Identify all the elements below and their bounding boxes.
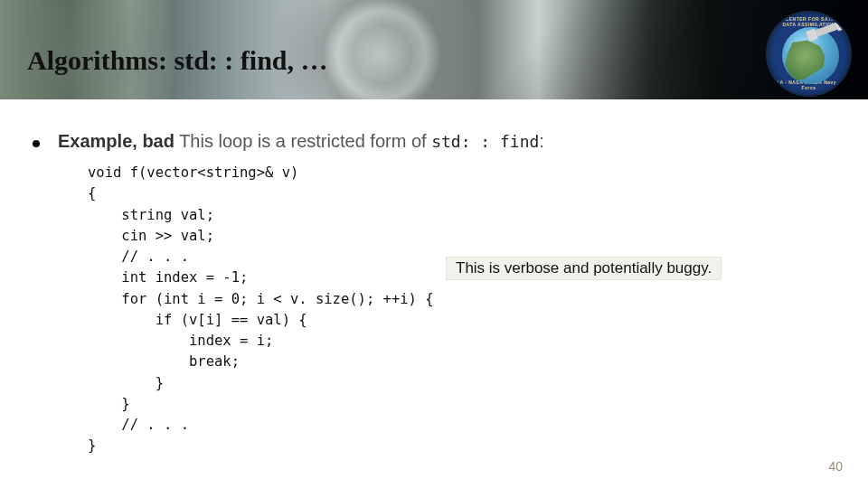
code-line: for (int i = 0; i < v. size(); ++i) { bbox=[88, 291, 434, 307]
code-line: break; bbox=[88, 353, 240, 370]
slide-content: Example, bad This loop is a restricted f… bbox=[0, 99, 868, 463]
code-line: } bbox=[88, 375, 164, 391]
code-block: void f(vector<string>& v) { string val; … bbox=[88, 161, 811, 463]
example-heading: Example, bad This loop is a restricted f… bbox=[58, 131, 841, 152]
header-image-band: Algorithms: std: : find, … JOINT CENTER … bbox=[0, 0, 868, 99]
code-line: } bbox=[88, 396, 130, 412]
code-line: { bbox=[88, 185, 96, 202]
code-line: // . . . bbox=[88, 249, 189, 265]
annotation-text: This is verbose and potentially buggy. bbox=[456, 259, 712, 277]
code-line: index = i; bbox=[88, 333, 273, 349]
example-mono-ref: std: : find bbox=[431, 132, 539, 151]
code-line: string val; bbox=[88, 207, 214, 223]
annotation-box: This is verbose and potentially buggy. bbox=[446, 257, 722, 280]
code-line: } bbox=[88, 437, 96, 454]
code-line: void f(vector<string>& v) bbox=[88, 164, 298, 181]
jcsda-logo: JOINT CENTER FOR SATELLITE DATA ASSIMILA… bbox=[766, 11, 852, 97]
example-label: Example, bad bbox=[58, 131, 175, 151]
code-line: // . . . bbox=[88, 417, 189, 433]
example-colon: : bbox=[539, 131, 544, 151]
code-line: int index = -1; bbox=[88, 269, 248, 286]
code-line: cin >> val; bbox=[88, 228, 214, 244]
slide-title: Algorithms: std: : find, … bbox=[27, 45, 328, 76]
bullet-icon bbox=[33, 140, 40, 147]
page-number: 40 bbox=[828, 459, 843, 474]
example-description: This loop is a restricted form of bbox=[175, 131, 431, 151]
code-line: if (v[i] == val) { bbox=[88, 312, 307, 328]
